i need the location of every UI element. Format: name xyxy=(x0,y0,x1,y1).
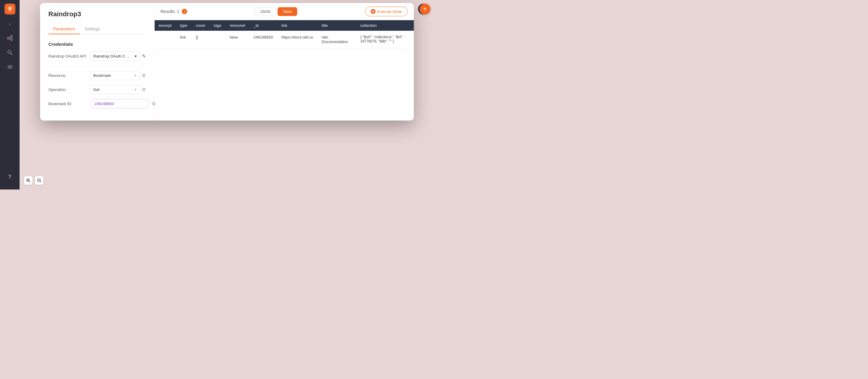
right-panel: Results: 1 i JSON Table Execute Node xyxy=(155,3,414,121)
operation-select[interactable]: Get ▾ xyxy=(90,85,140,94)
operation-chevron: ▾ xyxy=(135,88,136,92)
cell-removed: false xyxy=(225,31,249,49)
operation-label: Operation: xyxy=(49,87,88,92)
col-collection: collection xyxy=(356,20,413,31)
resource-label: Resource: xyxy=(49,73,88,78)
execute-node-button[interactable]: Execute Node xyxy=(365,7,408,16)
tab-settings[interactable]: Settings xyxy=(80,24,105,34)
cell-title: n8n Documentation xyxy=(317,31,356,49)
sidebar-icon-workflows[interactable] xyxy=(6,63,14,71)
operation-field-row: Operation: Get ▾ ⚙ xyxy=(49,85,146,94)
sidebar-icon-help[interactable]: ? xyxy=(6,172,14,181)
oauth-control: Raindrop OAuth C ... ▾ ✎ xyxy=(90,52,146,61)
col-tags: tags xyxy=(210,20,226,31)
resource-field-row: Resource: Bookmark ▾ ⚙ xyxy=(49,71,146,80)
svg-rect-5 xyxy=(7,37,9,39)
view-table-button[interactable]: Table xyxy=(278,7,297,16)
tabs: Parameters Settings xyxy=(49,24,146,34)
view-json-button[interactable]: JSON xyxy=(255,7,276,16)
col-removed: removed xyxy=(225,20,249,31)
sidebar-bottom: ? xyxy=(6,172,14,186)
cell-link: https://docs.n8n.io xyxy=(277,31,318,49)
results-label: Results: 1 xyxy=(161,9,179,14)
resource-value: Bookmark xyxy=(93,73,111,78)
resource-select[interactable]: Bookmark ▾ xyxy=(90,71,140,80)
credentials-title: Credentials xyxy=(49,41,146,47)
divider xyxy=(49,66,146,66)
col-type: type xyxy=(176,20,192,31)
table-header-row: excerpt type cover tags removed _id link… xyxy=(155,20,414,31)
table-row: link [] false 246198650 https://docs.n8n… xyxy=(155,31,414,49)
cell-excerpt xyxy=(155,31,176,49)
cell-cover: [] xyxy=(192,31,210,49)
sidebar-icon-nodes[interactable] xyxy=(6,34,14,42)
cell-id: 246198650 xyxy=(249,31,277,49)
operation-control: Get ▾ ⚙ xyxy=(90,85,146,94)
bookmark-id-label: Bookmark ID: xyxy=(49,101,88,106)
sidebar-collapse-btn[interactable]: › xyxy=(6,21,13,28)
bookmark-id-field-row: Bookmark ID: ⚙ xyxy=(49,99,146,108)
svg-line-11 xyxy=(10,53,12,55)
oauth-select[interactable]: Raindrop OAuth C ... ▾ xyxy=(90,52,140,61)
oauth-field-row: Raindrop OAuth2 API: Raindrop OAuth C ..… xyxy=(49,52,146,61)
results-count: 1 xyxy=(177,9,179,14)
svg-rect-6 xyxy=(10,36,12,37)
col-cover: cover xyxy=(192,20,210,31)
oauth-chevron: ▾ xyxy=(135,54,137,58)
col-excerpt: excerpt xyxy=(155,20,176,31)
results-left: Results: 1 i xyxy=(161,9,187,14)
operation-value: Get xyxy=(93,87,100,92)
operation-gear-icon[interactable]: ⚙ xyxy=(142,87,146,93)
cell-collection: { "$ref": "collections", "$id": 16778078… xyxy=(356,31,413,49)
svg-line-8 xyxy=(9,36,10,38)
resource-control: Bookmark ▾ ⚙ xyxy=(90,71,146,80)
svg-rect-7 xyxy=(10,38,12,40)
modal-wrapper: Raindrop3 Parameters Settings Credential… xyxy=(40,0,414,121)
bookmark-id-control: ⚙ xyxy=(90,99,156,108)
resource-gear-icon[interactable]: ⚙ xyxy=(142,73,146,78)
results-info-icon[interactable]: i xyxy=(182,9,187,14)
col-title: title xyxy=(317,20,356,31)
results-table: excerpt type cover tags removed _id link… xyxy=(155,20,414,49)
node-title: Raindrop3 xyxy=(49,10,146,18)
play-icon xyxy=(371,9,375,14)
left-panel: Raindrop3 Parameters Settings Credential… xyxy=(40,3,155,121)
oauth-value: Raindrop OAuth C ... xyxy=(93,54,130,58)
oauth-label: Raindrop OAuth2 API: xyxy=(49,54,88,58)
sidebar: › ? xyxy=(0,0,20,189)
svg-point-2 xyxy=(9,9,11,11)
modal-overlay: Raindrop3 Parameters Settings Credential… xyxy=(20,0,434,189)
execute-label: Execute Node xyxy=(377,9,402,14)
bookmark-id-input[interactable] xyxy=(90,99,150,108)
results-bar: Results: 1 i JSON Table Execute Node xyxy=(155,3,414,20)
edit-credential-icon[interactable]: ✎ xyxy=(142,53,146,59)
table-container[interactable]: excerpt type cover tags removed _id link… xyxy=(155,20,414,121)
tab-parameters[interactable]: Parameters xyxy=(49,24,80,34)
col-link: link xyxy=(277,20,318,31)
cell-type: link xyxy=(176,31,192,49)
resource-chevron: ▾ xyxy=(135,73,136,77)
cell-tags xyxy=(210,31,226,49)
sidebar-logo[interactable] xyxy=(4,4,16,14)
col-id: _id xyxy=(249,20,277,31)
add-node-button[interactable]: + xyxy=(420,4,430,14)
view-toggle: JSON Table xyxy=(255,7,297,16)
modal-dialog: Raindrop3 Parameters Settings Credential… xyxy=(40,3,414,121)
sidebar-icon-credentials[interactable] xyxy=(6,48,14,57)
